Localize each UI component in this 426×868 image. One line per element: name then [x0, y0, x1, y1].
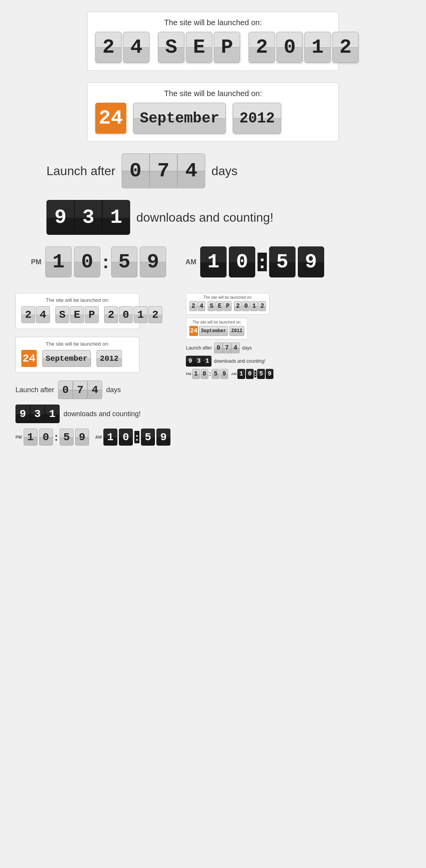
- section1-year-d1: 2: [249, 32, 275, 63]
- tiny-s4: 9 3 1 downloads and counting!: [186, 356, 302, 367]
- tiny-s4-d3: 1: [203, 356, 211, 367]
- tiny-s3-digits: 0 7 4: [214, 343, 240, 353]
- small-s3-d3: 4: [88, 381, 102, 399]
- section2-date-orange: The site will be launched on: 24 Septemb…: [15, 83, 411, 142]
- section1-date-light: The site will be launched on: 2 4 S E P …: [15, 12, 411, 71]
- small-s1-day-d1: 2: [21, 306, 35, 323]
- section2-label: The site will be launched on:: [95, 89, 331, 98]
- small-s1-box: The site will be launched on: 2 4 S E P …: [15, 293, 139, 329]
- tiny-s1-m1: S: [208, 301, 215, 311]
- small-s3: Launch after 0 7 4 days: [15, 381, 170, 399]
- small-s4-d3: 1: [45, 405, 60, 423]
- tiny-s5-pm-h1: 1: [192, 369, 200, 379]
- section1-year-group: 2 0 1 2: [249, 32, 359, 63]
- section4-d2: 3: [74, 200, 102, 235]
- section4-digits: 9 3 1: [46, 200, 130, 235]
- small-s2-year: 2012: [96, 350, 122, 367]
- small-s3-suffix: days: [106, 386, 121, 394]
- small-s4-digits: 9 3 1: [15, 405, 60, 423]
- section5-am-group: AM 1 0 : 5 9: [186, 246, 324, 277]
- section5-am-label: AM: [186, 258, 196, 266]
- small-s5-pm-m1: 5: [60, 429, 74, 446]
- section1-month-s: S: [158, 32, 184, 63]
- small-s1-row: 2 4 S E P 2 0 1 2: [21, 306, 134, 323]
- small-s2-row: 24 September 2012: [21, 350, 134, 367]
- small-s5-pm: PM 1 0 : 5 9: [15, 429, 89, 446]
- tiny-s1-y2: 0: [242, 301, 250, 311]
- small-s1-m3: P: [85, 306, 99, 323]
- tiny-s5-pm-label: PM: [186, 372, 191, 376]
- small-s1-y3: 1: [134, 306, 148, 323]
- tiny-s3-d1: 0: [214, 343, 223, 353]
- small-s1-day: 2 4: [21, 306, 50, 323]
- section1-month-p: P: [214, 32, 240, 63]
- section5-pm-h1: 1: [45, 246, 72, 277]
- tiny-s2-row: 24 September 2012: [189, 326, 244, 336]
- small-s4-d2: 3: [30, 405, 45, 423]
- tiny-s5: PM 1 0 : 5 9 AM 1 0 : 5 9: [186, 369, 302, 379]
- section2-year: 2012: [233, 103, 281, 134]
- tiny-s3-d3: 4: [231, 343, 240, 353]
- tiny-s1-label: The site will be launched on:: [189, 295, 266, 300]
- tiny-s3-prefix: Launch after: [186, 345, 212, 351]
- small-s5-pm-label: PM: [15, 435, 22, 439]
- small-s1-y1: 2: [104, 306, 118, 323]
- small-s1: The site will be launched on: 2 4 S E P …: [15, 293, 170, 329]
- section1-month-e: E: [186, 32, 212, 63]
- small-s2-day: 24: [21, 350, 37, 367]
- small-s3-prefix: Launch after: [15, 386, 54, 394]
- small-s1-y2: 0: [119, 306, 133, 323]
- tiny-s4-digits: 9 3 1: [186, 356, 211, 367]
- small-s1-year: 2 0 1 2: [104, 306, 162, 323]
- small-s5-am-colon: :: [134, 431, 139, 443]
- section1-year-d3: 1: [304, 32, 331, 63]
- section5-pm-colon: :: [103, 253, 109, 271]
- tiny-s5-am-h1: 1: [237, 369, 245, 379]
- small-s3-d2: 7: [73, 381, 88, 399]
- tiny-s3-suffix: days: [242, 345, 252, 351]
- section2-day: 24: [95, 103, 126, 134]
- section2-box: The site will be launched on: 24 Septemb…: [87, 83, 339, 142]
- small-s3-digits: 0 7 4: [58, 381, 102, 399]
- small-s5-pm-colon: :: [55, 431, 58, 443]
- section3-digits: 0 7 4: [122, 153, 205, 188]
- tiny-s1-y3: 1: [250, 301, 258, 311]
- section3-suffix: days: [211, 164, 238, 178]
- section4-d3: 1: [102, 200, 130, 235]
- tiny-s1-d2: 4: [198, 301, 205, 311]
- section3-d3: 4: [177, 153, 205, 188]
- tiny-s4-suffix: downloads and counting!: [214, 358, 265, 364]
- tiny-s1-d1: 2: [189, 301, 197, 311]
- tiny-s3-d2: 7: [223, 343, 231, 353]
- section5-am-m1: 5: [269, 246, 295, 277]
- tiny-s1-m2: E: [216, 301, 223, 311]
- small-s5-am-m1: 5: [141, 429, 155, 446]
- section1-digits-row: 2 4 S E P 2 0 1 2: [95, 32, 331, 63]
- bottom-layout: The site will be launched on: 2 4 S E P …: [15, 293, 411, 451]
- section5-am-m2: 9: [298, 246, 324, 277]
- tiny-s1-m3: P: [224, 301, 232, 311]
- small-s2-label: The site will be launched on:: [21, 341, 134, 347]
- small-s2: The site will be launched on: 24 Septemb…: [15, 337, 170, 373]
- small-s5-pm-h1: 1: [24, 429, 38, 446]
- section1-month-group: S E P: [158, 32, 240, 63]
- section4-downloads: 9 3 1 downloads and counting!: [15, 200, 411, 235]
- small-s5-am: AM 1 0 : 5 9: [95, 429, 170, 446]
- tiny-s2-label: The site will be launched on:: [189, 320, 244, 324]
- small-s3-d1: 0: [58, 381, 73, 399]
- section4-suffix: downloads and counting!: [136, 210, 273, 225]
- section1-label: The site will be launched on:: [95, 18, 331, 27]
- small-s1-m1: S: [55, 306, 69, 323]
- section3-prefix: Launch after: [46, 164, 115, 178]
- small-s5-am-label: AM: [95, 435, 102, 439]
- section4-d1: 9: [46, 200, 74, 235]
- tiny-s2: The site will be launched on: 24 Septemb…: [186, 318, 302, 339]
- section5-am-h2: 0: [229, 246, 255, 277]
- section1-year-d4: 2: [332, 32, 359, 63]
- tiny-s5-pm-colon: :: [209, 370, 211, 377]
- section1-day-group: 2 4: [95, 32, 149, 63]
- tiny-s5-am-label: AM: [231, 372, 237, 376]
- section5-pm-group: PM 1 0 : 5 9: [31, 246, 166, 277]
- tiny-s2-day: 24: [189, 326, 198, 336]
- small-s5-pm-m2: 9: [75, 429, 89, 446]
